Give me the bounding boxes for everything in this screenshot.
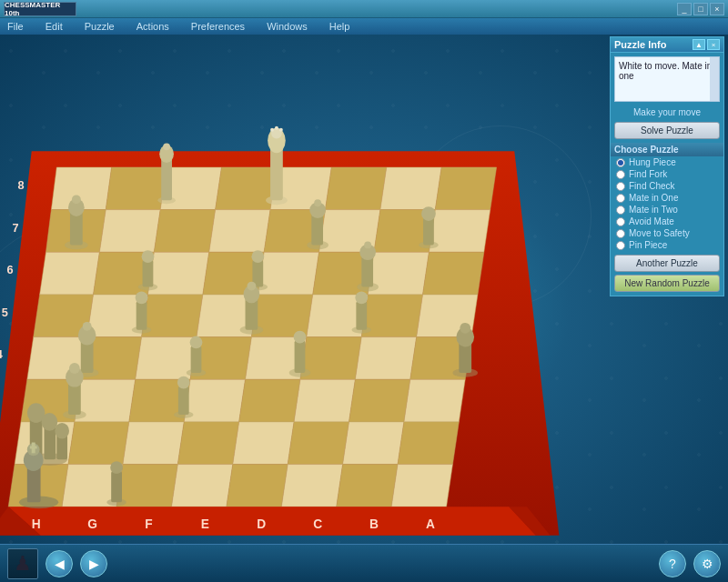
svg-text:A: A	[426, 517, 435, 531]
svg-marker-55	[398, 422, 459, 465]
menu-puzzle[interactable]: Puzzle	[81, 21, 118, 32]
menu-file[interactable]: File	[4, 21, 27, 32]
radio-move-to-safety-circle[interactable]	[616, 229, 625, 238]
radio-find-fork-circle[interactable]	[616, 170, 625, 179]
svg-marker-5	[325, 167, 386, 210]
main-area: H G F E D C B A 8 7 6 5 4 3 2 1	[0, 35, 728, 582]
bottom-bar: ♟ ◀ ▶ ? ⚙	[0, 544, 728, 582]
another-puzzle-button[interactable]: Another Puzzle	[614, 255, 720, 272]
svg-point-138	[69, 363, 80, 374]
svg-point-134	[294, 331, 307, 344]
panel-controls[interactable]: ▲ ×	[693, 39, 720, 50]
radio-hung-piece[interactable]: Hung Piece	[611, 156, 723, 168]
panel-close-button[interactable]: ×	[707, 39, 720, 50]
make-move-label: Make your move	[611, 105, 723, 119]
radio-move-to-safety-label: Move to Safety	[629, 228, 690, 238]
help-button[interactable]: ?	[659, 550, 686, 577]
svg-text:B: B	[369, 517, 379, 531]
svg-point-131	[190, 336, 203, 349]
svg-text:E: E	[201, 517, 209, 531]
menu-help[interactable]: Help	[326, 21, 354, 32]
svg-marker-45	[294, 379, 355, 422]
svg-marker-59	[171, 465, 232, 507]
svg-text:6: 6	[7, 263, 14, 276]
info-scrollbar[interactable]	[710, 57, 719, 101]
title-controls[interactable]: _ □ ×	[677, 3, 724, 15]
chess-board-svg: H G F E D C B A 8 7 6 5 4 3 2 1	[0, 62, 601, 571]
svg-marker-60	[227, 465, 288, 507]
svg-marker-49	[68, 422, 129, 465]
chess-board-container: H G F E D C B A 8 7 6 5 4 3 2 1	[0, 62, 601, 571]
radio-find-check-circle[interactable]	[616, 182, 625, 191]
svg-marker-62	[337, 465, 398, 507]
close-button[interactable]: ×	[710, 3, 724, 15]
settings-button[interactable]: ⚙	[693, 550, 721, 577]
bottom-right-buttons: ? ⚙	[659, 550, 721, 577]
title-bar: CHESSMASTER 10th _ □ ×	[0, 0, 728, 18]
radio-mate-in-two-circle[interactable]	[616, 206, 625, 215]
svg-marker-58	[116, 465, 177, 507]
right-panel: Puzzle Info ▲ × White to move. Mate in o…	[610, 36, 724, 296]
radio-avoid-mate-circle[interactable]	[616, 217, 625, 226]
radio-hung-piece-label: Hung Piece	[629, 157, 676, 167]
svg-text:F: F	[145, 517, 152, 531]
menu-preferences[interactable]: Preferences	[187, 21, 248, 32]
svg-marker-47	[404, 379, 465, 422]
radio-mate-in-one-circle[interactable]	[616, 194, 625, 203]
svg-text:8: 8	[17, 178, 24, 192]
radio-find-check[interactable]: Find Check	[611, 180, 723, 192]
menu-edit[interactable]: Edit	[42, 21, 66, 32]
minimize-button[interactable]: _	[677, 3, 692, 15]
svg-rect-156	[111, 471, 122, 502]
svg-rect-123	[356, 301, 367, 329]
menu-actions[interactable]: Actions	[133, 21, 173, 32]
svg-marker-50	[123, 422, 184, 465]
radio-avoid-mate[interactable]: Avoid Mate	[611, 216, 723, 227]
svg-text:H: H	[32, 517, 41, 531]
radio-move-to-safety[interactable]: Move to Safety	[611, 227, 723, 239]
radio-mate-in-one[interactable]: Mate in One	[611, 192, 723, 204]
svg-rect-140	[178, 386, 189, 415]
radio-mate-in-one-label: Mate in One	[629, 193, 678, 203]
svg-text:C: C	[313, 517, 322, 531]
svg-marker-61	[281, 465, 342, 507]
svg-point-157	[110, 461, 123, 474]
solve-puzzle-button[interactable]: Solve Puzzle	[614, 122, 720, 139]
svg-marker-51	[177, 422, 238, 465]
maximize-button[interactable]: □	[693, 3, 708, 15]
radio-avoid-mate-label: Avoid Mate	[629, 216, 674, 226]
nav-forward-button[interactable]: ▶	[80, 550, 107, 577]
svg-text:G: G	[87, 517, 97, 531]
radio-find-check-label: Find Check	[629, 181, 675, 191]
piece-symbol: ♟	[14, 552, 32, 576]
panel-header: Puzzle Info ▲ ×	[611, 37, 723, 53]
svg-point-148	[55, 423, 69, 439]
svg-marker-16	[40, 252, 100, 295]
svg-point-89	[279, 128, 283, 132]
svg-point-104	[421, 206, 436, 221]
svg-marker-7	[435, 167, 496, 210]
panel-collapse-button[interactable]: ▲	[693, 39, 705, 50]
svg-marker-43	[184, 379, 245, 422]
svg-point-141	[177, 376, 190, 389]
menu-windows[interactable]: Windows	[263, 21, 311, 32]
radio-find-fork[interactable]: Find Fork	[611, 168, 723, 180]
new-random-puzzle-button[interactable]: New Random Puzzle	[614, 275, 720, 292]
svg-marker-10	[154, 210, 215, 253]
svg-marker-53	[288, 422, 349, 465]
nav-back-button[interactable]: ◀	[46, 550, 73, 577]
svg-text:D: D	[257, 517, 266, 531]
radio-pin-piece-circle[interactable]	[616, 241, 625, 250]
radio-mate-in-two[interactable]: Mate in Two	[611, 204, 723, 216]
title-left: CHESSMASTER 10th	[4, 2, 76, 16]
radio-mate-in-two-label: Mate in Two	[629, 205, 678, 215]
radio-pin-piece[interactable]: Pin Piece	[611, 239, 723, 251]
svg-marker-46	[349, 379, 410, 422]
svg-marker-44	[239, 379, 300, 422]
svg-point-97	[72, 195, 81, 204]
app-name: CHESSMASTER 10th	[5, 1, 76, 17]
svg-marker-38	[355, 337, 416, 380]
radio-hung-piece-circle[interactable]	[616, 158, 625, 167]
svg-text:7: 7	[12, 221, 18, 235]
svg-point-93	[163, 143, 170, 150]
